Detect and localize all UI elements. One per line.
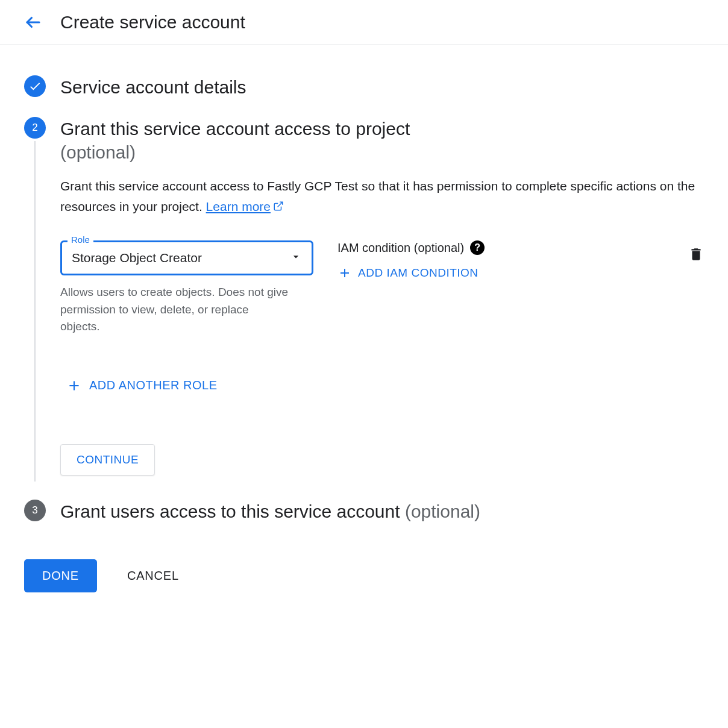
step-2-title-text: Grant this service account access to pro… [60,119,410,139]
step-3: 3 Grant users access to this service acc… [24,500,704,529]
add-iam-condition-button[interactable]: ADD IAM CONDITION [337,266,479,280]
svg-line-1 [278,202,283,207]
step-3-title[interactable]: Grant users access to this service accou… [60,500,704,523]
learn-more-text: Learn more [206,196,271,217]
back-arrow-icon[interactable] [24,13,42,31]
step-3-number: 3 [24,500,46,521]
done-button[interactable]: DONE [24,559,97,592]
cancel-button[interactable]: CANCEL [127,569,179,583]
page-title: Create service account [60,12,245,33]
step-2: 2 Grant this service account access to p… [24,117,704,482]
learn-more-link[interactable]: Learn more [206,196,284,217]
step-1-check-icon [24,75,46,97]
step-2-optional: (optional) [60,142,136,162]
step-3-optional: (optional) [405,501,480,521]
continue-label: CONTINUE [77,453,139,466]
role-value: Storage Object Creator [72,251,202,265]
dropdown-icon [290,251,302,266]
step-2-desc-text: Grant this service account access to Fas… [60,179,695,213]
delete-role-icon[interactable] [688,246,704,265]
step-3-title-text: Grant users access to this service accou… [60,501,405,521]
step-2-number: 2 [24,117,46,139]
add-another-role-label: ADD ANOTHER ROLE [89,378,217,392]
continue-button[interactable]: CONTINUE [60,444,155,475]
step-1-title[interactable]: Service account details [60,75,704,99]
footer-actions: DONE CANCEL [24,559,704,592]
role-field: Role Storage Object Creator Allows users… [60,240,313,336]
role-label: Role [67,234,93,245]
iam-condition-label: IAM condition (optional) [337,241,464,255]
done-label: DONE [42,569,79,582]
step-2-title: Grant this service account access to pro… [60,117,704,164]
add-another-role-button[interactable]: ADD ANOTHER ROLE [66,378,217,394]
cancel-label: CANCEL [127,569,179,582]
help-icon[interactable]: ? [470,240,485,255]
add-iam-condition-label: ADD IAM CONDITION [358,266,479,280]
step-2-description: Grant this service account access to Fas… [60,176,704,216]
role-help-text: Allows users to create objects. Does not… [60,284,289,336]
role-select[interactable]: Storage Object Creator [60,240,313,275]
iam-condition-column: IAM condition (optional) ? ADD IAM CONDI… [337,240,664,283]
step-1: Service account details [24,75,704,105]
page-header: Create service account [0,0,728,45]
